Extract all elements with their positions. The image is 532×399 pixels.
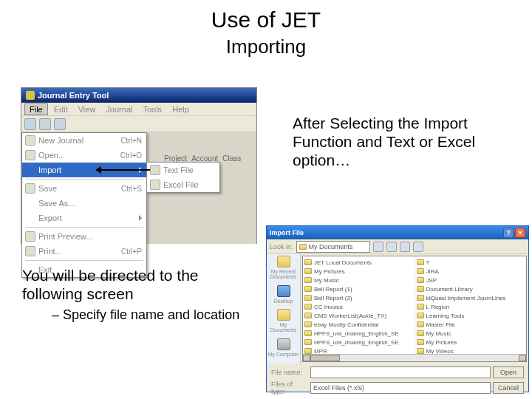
menubar-tools[interactable]: Tools xyxy=(138,104,166,115)
filetype-label: Files of type: xyxy=(271,381,308,395)
import-file-dialog: Import File ? × Look in: My Documents My… xyxy=(266,225,529,392)
file-item[interactable]: My Music xyxy=(417,329,525,338)
filetype-combo[interactable]: Excel Files (*.xls) xyxy=(310,382,491,394)
folder-icon xyxy=(417,339,424,345)
place-recent[interactable]: My Recent Documents xyxy=(267,254,300,281)
callout-arrow-icon xyxy=(101,169,150,171)
submenu-excel-file[interactable]: Excel File xyxy=(147,177,219,192)
lookin-combo[interactable]: My Documents xyxy=(296,241,370,253)
save-icon xyxy=(25,183,35,194)
place-mydocs[interactable]: My Documents xyxy=(267,307,300,334)
file-item[interactable]: L Region xyxy=(417,302,525,311)
file-item-label: My Music xyxy=(314,277,339,284)
help-button-icon[interactable]: ? xyxy=(503,228,514,238)
desktop-icon xyxy=(277,285,290,297)
file-item-label: Document Library xyxy=(426,286,473,293)
scroll-left-icon[interactable] xyxy=(303,355,310,361)
toolbar-open-icon[interactable] xyxy=(39,118,51,130)
place-label: Desktop xyxy=(274,299,293,304)
file-item[interactable]: ktQuasi Implement JournLines xyxy=(417,293,525,302)
menubar-edit[interactable]: Edit xyxy=(50,104,72,115)
folder-icon xyxy=(304,339,312,345)
file-item-label: Bell Report (2) xyxy=(314,295,352,301)
menu-separator xyxy=(25,260,143,261)
folder-icon xyxy=(304,259,312,265)
toolbar-save-icon[interactable] xyxy=(54,118,66,130)
scroll-track[interactable] xyxy=(340,355,519,361)
import-titlebar: Import File ? × xyxy=(267,226,528,239)
menu-print-preview[interactable]: Print Preview... xyxy=(22,229,146,244)
close-button-icon[interactable]: × xyxy=(515,228,525,238)
submenu-text-file[interactable]: Text File xyxy=(147,163,219,177)
text-file-icon xyxy=(150,165,160,175)
submenu-label: Excel File xyxy=(163,180,199,189)
file-list[interactable]: JET Local DocumentsMy PicturesMy MusicBe… xyxy=(302,256,527,362)
slide-title: Use of JET xyxy=(0,7,532,33)
menu-new-journal[interactable]: New Journal Ctrl+N xyxy=(22,133,146,148)
file-item[interactable]: Learning Tools xyxy=(417,311,525,320)
up-folder-icon[interactable] xyxy=(386,242,397,252)
open-button[interactable]: Open xyxy=(493,366,524,378)
file-item[interactable]: Master File xyxy=(417,320,525,329)
folder-icon xyxy=(304,313,312,318)
file-item[interactable]: JIRA xyxy=(417,267,525,276)
file-item[interactable]: Document Library xyxy=(417,284,525,293)
app-icon xyxy=(26,91,35,100)
file-item[interactable]: JSP xyxy=(417,276,525,284)
menu-open[interactable]: Open... Ctrl+O xyxy=(22,148,146,163)
back-icon[interactable] xyxy=(373,242,383,252)
file-item[interactable]: T xyxy=(417,258,525,267)
import-toolbar: Look in: My Documents xyxy=(267,239,528,254)
file-item-label: My Pictures xyxy=(314,268,345,275)
scroll-thumb[interactable] xyxy=(310,355,340,361)
scroll-right-icon[interactable] xyxy=(519,355,526,361)
filename-input[interactable] xyxy=(310,366,491,378)
file-item[interactable]: HPFS_ura_drukreg_English_SE xyxy=(304,329,413,338)
import-body: My Recent Documents Desktop My Documents… xyxy=(267,254,528,364)
file-item-label: JET Local Documents xyxy=(314,259,372,266)
place-label: My Documents xyxy=(267,322,300,332)
file-item[interactable]: My Pictures xyxy=(304,267,413,276)
file-item[interactable]: HPFS_ura_drukreg_English_SE xyxy=(304,338,413,347)
toolbar-new-icon[interactable] xyxy=(24,118,36,130)
menu-save[interactable]: Save Ctrl+S xyxy=(22,181,146,196)
file-item[interactable]: Bell Report (1) xyxy=(304,284,413,293)
place-label: My Computer xyxy=(267,352,299,357)
cancel-button[interactable]: Cancel xyxy=(493,382,524,394)
new-folder-icon[interactable] xyxy=(400,242,410,252)
menubar-view[interactable]: View xyxy=(74,104,100,115)
file-item[interactable]: Bell Report (2) xyxy=(304,293,413,302)
file-item-label: My Pictures xyxy=(426,339,457,346)
file-item[interactable]: ebay Mostly Confidential xyxy=(304,320,413,329)
menubar-file[interactable]: File xyxy=(24,103,48,115)
file-item[interactable]: CMS WorkerList(Aside_TX) xyxy=(304,311,413,320)
views-icon[interactable] xyxy=(413,242,423,252)
filename-label: File name: xyxy=(271,369,308,376)
jet-toolbar xyxy=(21,116,256,132)
file-item[interactable]: JET Local Documents xyxy=(304,258,413,267)
file-item[interactable]: My Music xyxy=(304,276,413,284)
menu-save-as[interactable]: Save As... xyxy=(22,196,146,211)
menu-separator xyxy=(25,227,143,228)
file-item-label: HPFS_ura_drukreg_English_SE xyxy=(314,330,399,337)
menubar-help[interactable]: Help xyxy=(168,104,194,115)
menu-shortcut: Ctrl+P xyxy=(121,248,142,256)
mydocs-icon xyxy=(277,309,290,321)
menu-print[interactable]: Print... Ctrl+P xyxy=(22,244,146,259)
folder-icon xyxy=(304,268,312,274)
place-desktop[interactable]: Desktop xyxy=(267,281,300,307)
new-journal-icon xyxy=(25,135,35,146)
file-item[interactable]: CC Invoice xyxy=(304,302,413,311)
menu-shortcut: Ctrl+O xyxy=(120,151,142,160)
excel-file-icon xyxy=(150,180,160,190)
folder-icon xyxy=(304,286,312,292)
menubar-journal[interactable]: Journal xyxy=(101,104,137,115)
menu-export[interactable]: Export xyxy=(22,211,146,225)
file-item[interactable]: My Pictures xyxy=(417,338,525,347)
folder-icon xyxy=(417,286,424,292)
folder-icon xyxy=(304,348,312,354)
file-menu: New Journal Ctrl+N Open... Ctrl+O Import… xyxy=(21,132,147,278)
place-mycomputer[interactable]: My Computer xyxy=(267,334,300,361)
slide-subtitle: Importing xyxy=(0,35,532,58)
horizontal-scrollbar[interactable] xyxy=(303,354,526,361)
